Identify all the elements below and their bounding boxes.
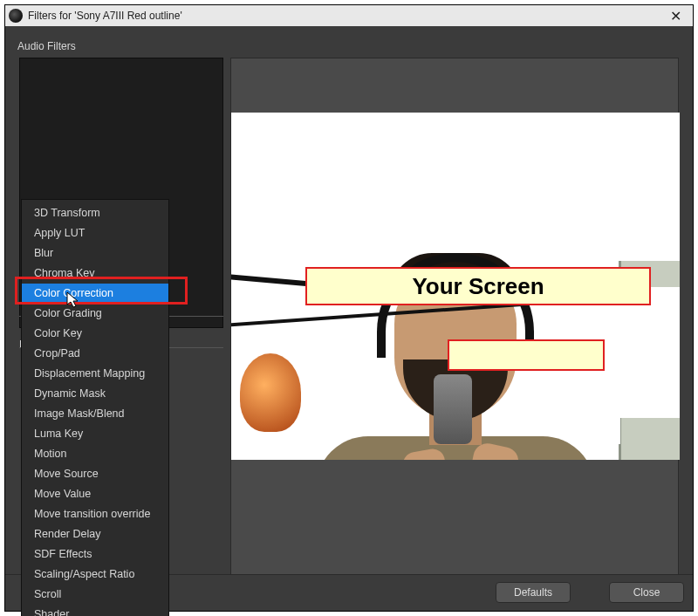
background-lamp — [240, 353, 301, 432]
menu-item-sdf-effects[interactable]: SDF Effects — [22, 544, 168, 565]
menu-item-motion[interactable]: Motion — [22, 444, 168, 464]
window-close-button[interactable]: ✕ — [658, 5, 693, 26]
menu-item-color-key[interactable]: Color Key — [22, 324, 168, 344]
annotation-secondary — [448, 339, 605, 371]
mouse-cursor-icon — [66, 291, 80, 309]
menu-item-scaling-aspect-ratio[interactable]: Scaling/Aspect Ratio — [22, 565, 168, 585]
menu-item-dynamic-mask[interactable]: Dynamic Mask — [22, 384, 168, 404]
menu-item-luma-key[interactable]: Luma Key — [22, 424, 168, 444]
titlebar[interactable]: Filters for 'Sony A7III Red outline' ✕ — [5, 5, 693, 26]
menu-item-move-source[interactable]: Move Source — [22, 464, 168, 484]
annotation-your-screen: Your Screen — [305, 267, 651, 305]
menu-item-color-correction[interactable]: Color Correction — [22, 284, 168, 304]
menu-item-move-value[interactable]: Move Value — [22, 484, 168, 504]
menu-item-apply-lut[interactable]: Apply LUT — [22, 223, 168, 243]
menu-item-shader[interactable]: Shader — [22, 605, 168, 616]
menu-item-displacement-mapping[interactable]: Displacement Mapping — [22, 364, 168, 384]
close-icon: ✕ — [670, 8, 681, 24]
menu-item-image-mask-blend[interactable]: Image Mask/Blend — [22, 404, 168, 424]
obs-icon — [9, 9, 23, 23]
menu-item-crop-pad[interactable]: Crop/Pad — [22, 344, 168, 364]
defaults-button[interactable]: Defaults — [496, 582, 571, 603]
menu-item-render-delay[interactable]: Render Delay — [22, 524, 168, 544]
filters-dialog: Filters for 'Sony A7III Red outline' ✕ A… — [4, 4, 694, 612]
menu-item-3d-transform[interactable]: 3D Transform — [22, 203, 168, 223]
menu-item-move-transition-override[interactable]: Move transition override — [22, 504, 168, 524]
menu-item-chroma-key[interactable]: Chroma Key — [22, 264, 168, 284]
microphone — [434, 374, 472, 444]
add-filter-context-menu[interactable]: 3D TransformApply LUTBlurChroma KeyColor… — [21, 199, 169, 616]
close-button[interactable]: Close — [609, 582, 684, 603]
menu-item-blur[interactable]: Blur — [22, 243, 168, 264]
menu-item-color-grading[interactable]: Color Grading — [22, 304, 168, 324]
filter-preview — [230, 58, 679, 578]
menu-item-scroll[interactable]: Scroll — [22, 585, 168, 605]
window-title: Filters for 'Sony A7III Red outline' — [28, 10, 182, 22]
audio-filters-label: Audio Filters — [17, 40, 76, 52]
